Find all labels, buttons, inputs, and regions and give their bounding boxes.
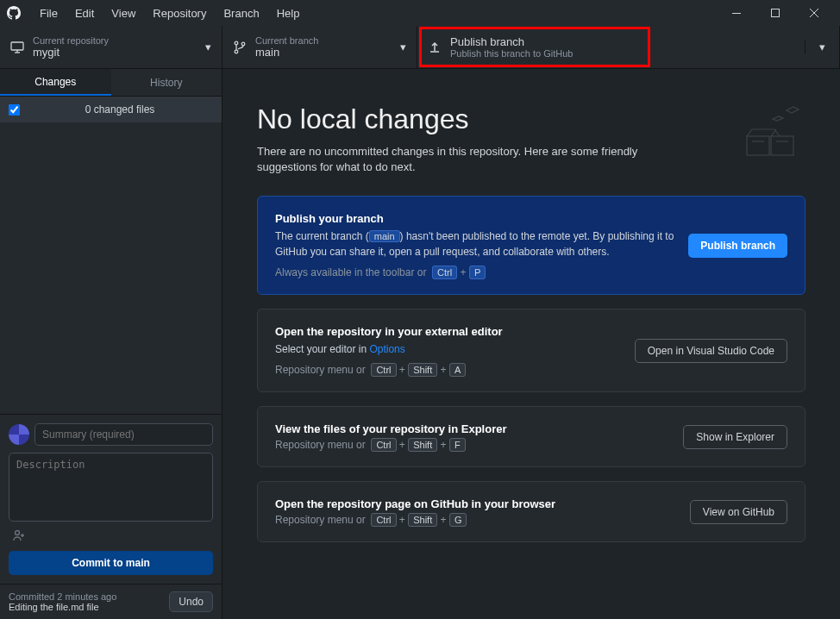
card-hint: Always available in the toolbar or Ctrl … [275,266,674,278]
menu-help[interactable]: Help [268,7,309,20]
select-all-checkbox[interactable] [9,104,20,116]
commit-message: Editing the file.md file [9,602,116,612]
kbd: Ctrl [432,266,457,279]
card-hint: Repository menu or Ctrl + Shift + F [275,439,669,451]
card-hint: Repository menu or Ctrl + Shift + A [275,364,621,376]
branch-label: Current branch [255,35,393,46]
page-title: No local changes [257,103,688,135]
main-menu: File Edit View Repository Branch Help [31,7,308,20]
commit-panel: Commit to main [0,414,222,584]
kbd: Shift [408,438,437,452]
card-title: Publish your branch [275,212,674,225]
avatar [9,424,29,445]
publish-dropdown-button[interactable]: ▾ [805,41,839,53]
window-controls [717,0,833,26]
card-title: View the files of your repository in Exp… [275,422,669,435]
svg-point-7 [235,41,238,45]
current-repository-selector[interactable]: Current repository mygit ▾ [0,26,223,68]
kbd: Shift [408,513,437,527]
publish-branch-action-button[interactable]: Publish branch [688,234,787,258]
changed-files-header: 0 changed files [0,97,222,122]
menu-branch[interactable]: Branch [215,7,267,20]
upload-icon [428,41,442,54]
kbd: A [449,363,466,377]
kbd: Ctrl [371,513,396,527]
card-open-editor: Open the repository in your external edi… [257,309,806,392]
svg-rect-12 [771,136,793,155]
publish-title: Publish branch [450,35,794,48]
show-explorer-button[interactable]: Show in Explorer [683,425,787,449]
toolbar: Current repository mygit ▾ Current branc… [0,26,840,69]
chevron-down-icon: ▾ [819,41,825,53]
svg-rect-1 [771,9,779,17]
minimize-button[interactable] [717,0,755,26]
main-content: No local changes There are no uncommitte… [223,69,840,619]
add-coauthor-button[interactable] [9,529,213,544]
summary-input[interactable] [34,423,213,446]
svg-point-9 [241,42,245,46]
recent-commit-bar: Committed 2 minutes ago Editing the file… [0,584,222,619]
commit-time: Committed 2 minutes ago [9,591,116,602]
kbd: Shift [408,363,437,377]
kbd: G [449,513,467,527]
description-input[interactable] [9,453,213,522]
commit-button[interactable]: Commit to main [9,551,213,575]
publish-subtitle: Publish this branch to GitHub [450,48,794,59]
card-hint: Repository menu or Ctrl + Shift + G [275,514,676,526]
chevron-down-icon: ▾ [205,41,211,53]
card-description: The current branch (main) hasn't been pu… [275,228,674,259]
menu-file[interactable]: File [31,7,66,20]
menu-repository[interactable]: Repository [144,7,215,20]
view-github-button[interactable]: View on GitHub [690,500,787,524]
card-title: Open the repository in your external edi… [275,325,621,338]
titlebar: File Edit View Repository Branch Help [0,0,840,26]
publish-branch-section: Publish branch Publish this branch to Gi… [417,26,840,68]
close-button[interactable] [794,0,833,26]
card-title: Open the repository page on GitHub in yo… [275,497,676,510]
svg-point-8 [235,50,238,53]
sidebar-tabs: Changes History [0,69,222,97]
card-publish-branch: Publish your branch The current branch (… [257,196,806,295]
tab-history[interactable]: History [111,69,223,96]
changed-files-count: 0 changed files [27,103,213,116]
kbd: P [469,266,486,279]
branch-value: main [255,46,393,59]
repo-label: Current repository [33,35,198,46]
kbd: Ctrl [371,363,396,377]
repo-value: mygit [33,46,198,59]
kbd: F [449,438,466,452]
desktop-icon [10,41,24,54]
open-editor-button[interactable]: Open in Visual Studio Code [635,339,787,363]
tab-changes[interactable]: Changes [0,69,111,96]
svg-rect-4 [11,42,23,50]
page-subtitle: There are no uncommitted changes in this… [257,144,688,175]
empty-state-illustration [737,103,806,164]
github-logo-icon [7,6,21,20]
svg-rect-0 [732,13,741,14]
publish-branch-button[interactable]: Publish branch Publish this branch to Gi… [417,35,805,59]
card-description: Select your editor in Options [275,341,621,357]
card-view-github: Open the repository page on GitHub in yo… [257,481,806,542]
chevron-down-icon: ▾ [400,41,406,53]
branch-pill: main [369,230,400,242]
svg-rect-11 [747,136,769,155]
options-link[interactable]: Options [369,343,404,355]
menu-edit[interactable]: Edit [66,7,103,20]
current-branch-selector[interactable]: Current branch main ▾ [223,26,417,68]
git-branch-icon [233,41,247,54]
maximize-button[interactable] [755,0,794,26]
sidebar: Changes History 0 changed files Commit t… [0,69,223,619]
menu-view[interactable]: View [103,7,144,20]
card-show-explorer: View the files of your repository in Exp… [257,406,806,467]
undo-button[interactable]: Undo [169,591,213,612]
kbd: Ctrl [371,438,396,452]
svg-point-10 [16,531,20,535]
